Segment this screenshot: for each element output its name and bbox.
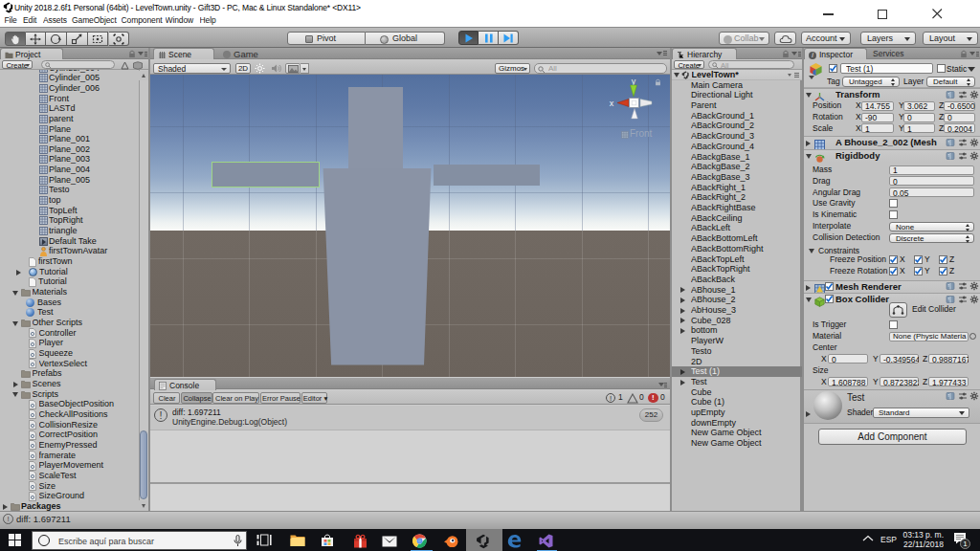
svg-text:y: y bbox=[632, 77, 636, 86]
svg-text:x: x bbox=[610, 99, 614, 108]
